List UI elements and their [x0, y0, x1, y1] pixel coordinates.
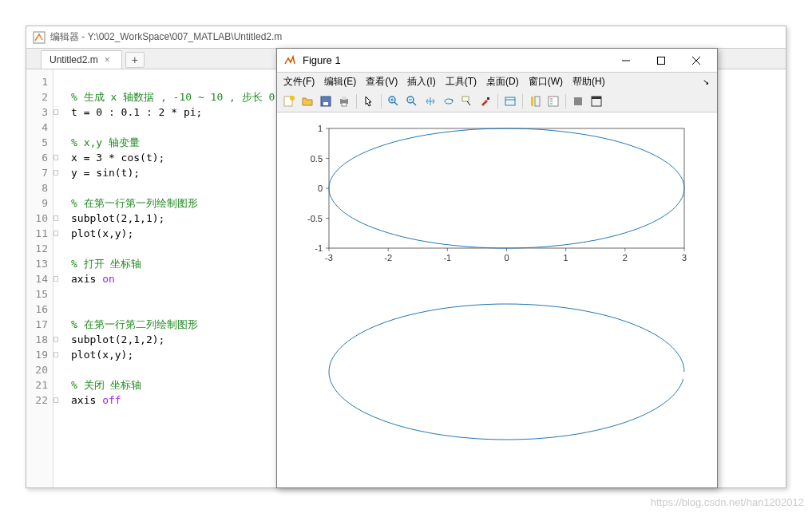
line-number-gutter: 12345678910111213141516171819202122 — [26, 69, 53, 487]
menu-file[interactable]: 文件(F) — [279, 73, 319, 90]
colorbar-icon[interactable] — [526, 93, 544, 110]
svg-rect-10 — [342, 97, 347, 100]
svg-line-21 — [467, 101, 470, 105]
link-icon[interactable] — [501, 93, 519, 110]
svg-rect-8 — [323, 102, 328, 105]
toolbar-separator — [381, 94, 382, 109]
figure-window: Figure 1 文件(F) 编辑(E) 查看(V) 插入(I) 工具(T) 桌… — [276, 48, 718, 488]
toolbar-separator — [497, 94, 498, 109]
svg-rect-31 — [574, 97, 582, 105]
menu-window[interactable]: 窗口(W) — [524, 73, 568, 90]
pan-icon[interactable] — [422, 93, 439, 110]
open-icon[interactable] — [299, 93, 316, 110]
svg-point-6 — [290, 96, 295, 101]
svg-rect-27 — [549, 97, 558, 106]
svg-text:0.5: 0.5 — [311, 154, 323, 164]
svg-text:1: 1 — [564, 253, 568, 262]
svg-text:2: 2 — [623, 253, 628, 262]
figure-menubar: 文件(F) 编辑(E) 查看(V) 插入(I) 工具(T) 桌面(D) 窗口(W… — [277, 73, 717, 90]
plot-area: -3-2-10123-1-0.500.51 — [277, 112, 717, 487]
svg-rect-11 — [342, 103, 347, 106]
svg-rect-26 — [535, 97, 540, 106]
dock-icon[interactable] — [588, 93, 605, 110]
figure-toolbar — [277, 90, 717, 112]
svg-rect-33 — [592, 97, 601, 99]
figure-titlebar: Figure 1 — [277, 49, 717, 73]
pointer-icon[interactable] — [360, 93, 378, 110]
close-button[interactable] — [679, 49, 714, 72]
svg-text:0: 0 — [318, 183, 323, 193]
tab-label: Untitled2.m — [50, 54, 98, 65]
zoom-out-icon[interactable] — [403, 93, 421, 110]
svg-text:1: 1 — [318, 124, 323, 133]
figure-title: Figure 1 — [303, 54, 608, 66]
svg-line-13 — [394, 102, 398, 105]
svg-text:-0.5: -0.5 — [307, 214, 323, 223]
svg-text:3: 3 — [682, 253, 687, 262]
menu-desktop[interactable]: 桌面(D) — [481, 73, 524, 90]
menu-tools[interactable]: 工具(T) — [441, 73, 481, 90]
save-icon[interactable] — [317, 93, 335, 110]
svg-text:-1: -1 — [315, 243, 323, 253]
menu-help[interactable]: 帮助(H) — [568, 73, 610, 90]
matlab-app-icon — [283, 54, 296, 67]
hide-icon[interactable] — [569, 93, 587, 110]
maximize-button[interactable] — [644, 49, 679, 72]
svg-text:-3: -3 — [325, 253, 333, 262]
menu-overflow-icon[interactable]: ↘ — [698, 76, 715, 88]
minimize-button[interactable] — [608, 49, 644, 72]
svg-rect-22 — [487, 97, 489, 100]
svg-rect-25 — [531, 97, 533, 106]
editor-title-text: 编辑器 - Y:\002_WorkSpace\007_MATLAB\Untitl… — [50, 30, 282, 44]
svg-rect-2 — [658, 57, 665, 64]
legend-icon[interactable] — [545, 93, 562, 110]
svg-text:-1: -1 — [443, 253, 451, 262]
svg-rect-23 — [505, 97, 515, 105]
watermark-text: https://blog.csdn.net/han1202012 — [651, 496, 804, 508]
menu-insert[interactable]: 插入(I) — [402, 73, 440, 90]
svg-rect-34 — [329, 128, 684, 248]
menu-edit[interactable]: 编辑(E) — [319, 73, 361, 90]
new-tab-button[interactable]: + — [125, 52, 145, 68]
svg-text:0: 0 — [504, 253, 509, 262]
tab-close-icon[interactable]: × — [105, 54, 110, 65]
brush-icon[interactable] — [477, 93, 494, 110]
toolbar-separator — [356, 94, 357, 109]
print-icon[interactable] — [335, 93, 353, 110]
figure-canvas: -3-2-10123-1-0.500.51 — [277, 112, 717, 487]
zoom-in-icon[interactable] — [385, 93, 402, 110]
new-figure-icon[interactable] — [280, 93, 298, 110]
svg-rect-20 — [462, 97, 469, 101]
toolbar-separator — [522, 94, 523, 109]
toolbar-separator — [565, 94, 566, 109]
menu-view[interactable]: 查看(V) — [361, 73, 402, 90]
datacursor-icon[interactable] — [458, 93, 476, 110]
svg-text:-2: -2 — [384, 253, 392, 262]
editor-tab[interactable]: Untitled2.m × — [41, 50, 122, 69]
editor-app-icon — [33, 31, 46, 44]
svg-line-17 — [413, 102, 416, 105]
rotate3d-icon[interactable] — [440, 93, 457, 110]
editor-titlebar: 编辑器 - Y:\002_WorkSpace\007_MATLAB\Untitl… — [26, 26, 786, 49]
